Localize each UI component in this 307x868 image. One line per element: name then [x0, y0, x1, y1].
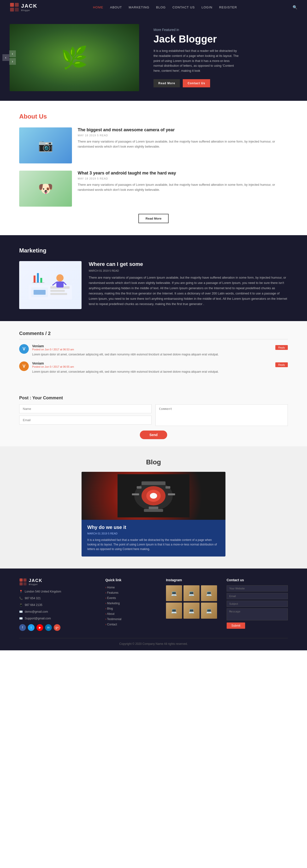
- article-card-1: 📷 The biggest and most awesome camera of…: [19, 127, 288, 163]
- about-section: About Us 📷 The biggest and most awesome …: [0, 101, 307, 235]
- article-title-2: What 3 years of android taught me the ha…: [78, 170, 288, 176]
- nav-blog[interactable]: BLOG: [156, 5, 166, 9]
- comment-reply-button-2[interactable]: Reply: [275, 362, 288, 367]
- footer-quicklinks-title: Quick link: [105, 578, 157, 582]
- footer-info: 📍 London 546 United Kingdom 📞 987 654 32…: [19, 589, 96, 621]
- blog-section: Blog Why do: [0, 446, 307, 568]
- svg-rect-8: [50, 290, 65, 292]
- article-title-1: The biggest and most awesome camera of y…: [78, 127, 288, 132]
- nav-register[interactable]: REGISTER: [219, 5, 237, 9]
- marketing-article-desc: There are many variations of passages of…: [89, 275, 288, 307]
- svg-rect-23: [141, 482, 166, 485]
- hero-prev-button[interactable]: ‹: [2, 54, 9, 61]
- insta-thumb-3[interactable]: 💻: [201, 585, 217, 601]
- hero-featured-label: More Featured in: [154, 28, 298, 32]
- insta-thumb-6[interactable]: 💻: [201, 602, 217, 619]
- marketing-article-title: Where can I get some: [89, 261, 288, 267]
- footer-subject-input[interactable]: [227, 601, 288, 607]
- footer-links-list: Home Features Events Marketing Blog Abou…: [105, 585, 157, 626]
- comment-date-1: Posted on Jun 0 / 2017 at 06:53 am: [32, 348, 272, 351]
- post-comment-section: Post : Your Comment Send: [0, 388, 307, 446]
- email-input[interactable]: [19, 416, 151, 425]
- hero-next-button[interactable]: ›: [9, 58, 16, 65]
- svg-rect-9: [50, 293, 67, 295]
- svg-rect-30: [20, 578, 23, 582]
- nav-login[interactable]: LOGIN: [201, 5, 212, 9]
- nav-marketing[interactable]: MARKETING: [129, 5, 149, 9]
- comments-section: Comments / 2 V Veniam Posted on Jun 0 / …: [0, 321, 307, 388]
- marketing-section: Marketing: [0, 235, 307, 321]
- svg-rect-0: [10, 3, 14, 7]
- location-icon: 📍: [19, 589, 23, 594]
- footer-email1: ✉️ demo@gmail.com: [19, 609, 96, 615]
- engine-illustration: [81, 472, 226, 520]
- dog-icon: 🐶: [38, 182, 53, 195]
- footer-link-home[interactable]: Home: [105, 585, 157, 589]
- nav-contact[interactable]: CONTACT US: [172, 5, 195, 9]
- article-meta-2: MAY 18 2019 5 READ: [78, 177, 288, 180]
- youtube-icon[interactable]: ▶: [36, 624, 43, 631]
- insta-thumb-4[interactable]: 💻: [166, 602, 182, 619]
- comment-date-2: Posted on Jun 0 / 2017 at 06:55 am: [32, 365, 272, 368]
- send-button[interactable]: Send: [140, 431, 167, 439]
- marketing-illustration: [19, 261, 81, 309]
- footer-email2: ✉️ Support@gmail.com: [19, 616, 96, 621]
- footer-website-input[interactable]: [227, 585, 288, 592]
- nav-home[interactable]: HOME: [93, 5, 103, 9]
- footer-link-features[interactable]: Features: [105, 591, 157, 594]
- search-icon[interactable]: 🔍: [293, 5, 298, 9]
- comment-form-left: [19, 404, 151, 427]
- footer-logo: JACK Blogger: [19, 578, 96, 586]
- footer-link-contact[interactable]: Contact: [105, 622, 157, 626]
- svg-rect-29: [149, 506, 158, 509]
- nav-about[interactable]: ABOUT: [110, 5, 122, 9]
- hero-content: More Featured in Jack Blogger It is a lo…: [139, 28, 298, 87]
- blog-card-image: [81, 472, 226, 520]
- dog-thumbnail: 🐶: [19, 170, 72, 207]
- footer-link-events[interactable]: Events: [105, 596, 157, 600]
- article-card-2: 🐶 What 3 years of android taught me the …: [19, 170, 288, 207]
- footer-link-testimonial[interactable]: Testimonial: [105, 617, 157, 621]
- insta-thumb-2[interactable]: 💻: [183, 585, 200, 601]
- hero-buttons: Read More Contact Us: [154, 79, 298, 87]
- marketing-article-meta: March 01 2019 5 READ: [89, 269, 288, 272]
- about-read-more-wrap: Read More: [19, 214, 288, 223]
- svg-rect-28: [144, 509, 163, 512]
- svg-rect-2: [10, 8, 14, 11]
- email-icon-1: ✉️: [19, 609, 23, 615]
- twitter-icon[interactable]: t: [28, 624, 35, 631]
- facebook-icon[interactable]: f: [19, 624, 26, 631]
- googleplus-icon[interactable]: g+: [54, 624, 61, 631]
- insta-thumb-5[interactable]: 💻: [183, 602, 200, 619]
- comment-text-2: Lorem ipsum dolor sit amet, consectetuer…: [32, 370, 272, 374]
- svg-rect-6: [34, 290, 45, 295]
- comment-textarea[interactable]: [156, 404, 288, 426]
- marketing-thumb: [19, 261, 81, 309]
- svg-point-22: [150, 493, 157, 499]
- comment-avatar-1: V: [19, 344, 29, 354]
- footer-email-input[interactable]: [227, 593, 288, 599]
- svg-rect-1: [15, 3, 19, 7]
- comment-reply-button-1[interactable]: Reply: [275, 345, 288, 350]
- article-thumb-2: 🐶: [19, 170, 72, 207]
- footer-link-about[interactable]: About: [105, 612, 157, 616]
- insta-thumb-1[interactable]: 💻: [166, 585, 182, 601]
- hero-prev-button[interactable]: ‹: [9, 51, 16, 57]
- footer-submit-button[interactable]: Submit: [227, 622, 245, 629]
- read-more-button[interactable]: Read More: [154, 79, 180, 87]
- comment-body-1: Veniam Posted on Jun 0 / 2017 at 06:53 a…: [32, 344, 272, 356]
- svg-rect-33: [24, 582, 27, 585]
- footer-link-blog[interactable]: Blog: [105, 607, 157, 610]
- name-input[interactable]: [19, 404, 151, 413]
- linkedin-icon[interactable]: in: [45, 624, 52, 631]
- navbar-logo[interactable]: JACK Blogger: [9, 2, 37, 12]
- footer-message-textarea[interactable]: [227, 608, 288, 620]
- contact-us-button[interactable]: Contact Us: [183, 79, 210, 87]
- svg-rect-11: [56, 281, 64, 287]
- footer-brand-name: JACK: [29, 578, 42, 583]
- svg-line-13: [64, 282, 66, 285]
- footer-link-marketing[interactable]: Marketing: [105, 601, 157, 605]
- about-read-more-button[interactable]: Read More: [138, 214, 169, 223]
- footer-contact-title: Contact us: [227, 578, 288, 582]
- send-button-wrap: Send: [19, 431, 288, 439]
